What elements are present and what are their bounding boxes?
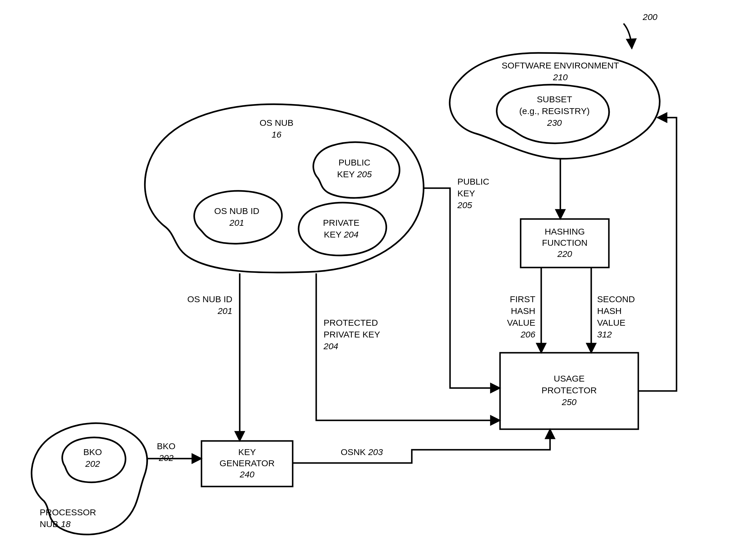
processor-nub: PROCESSOR NUB 18 BKO 202 [31,423,147,535]
subset-ref: 230 [547,118,562,128]
software-env-ref: 210 [553,72,568,82]
os-nub-title: OS NUB [259,118,293,128]
edge-bko-ref: 202 [158,453,173,463]
second-hash-l1: SECOND [597,294,635,304]
usage-l1: USAGE [554,374,585,383]
edge-public-key [424,188,500,388]
osnubid-blob [194,191,282,244]
key-generator: KEY GENERATOR 240 [201,441,293,487]
figure-ref-arrow [624,24,632,49]
second-hash-ref: 312 [597,330,612,339]
second-hash-l3: VALUE [597,318,625,327]
bko-l: BKO [83,447,102,457]
processor-nub-l2: NUB 18 [40,519,71,529]
usage-l2: PROTECTOR [542,385,597,395]
processor-nub-l1: PROCESSOR [40,507,96,517]
private-key-blob [298,203,386,255]
bko-ref: 202 [85,459,100,469]
edge-osnk [293,429,550,463]
hash-l1: HASHING [545,227,585,236]
edge-protected-key [316,273,500,420]
second-hash-l2: HASH [597,306,622,316]
edge-pub-l2: KEY [458,188,475,198]
subset-l2: (e.g., REGISTRY) [519,106,590,116]
usage-protector: USAGE PROTECTOR 250 [500,353,638,429]
osnubid-ref: 201 [229,218,244,228]
edge-prot-l2: PRIVATE KEY [323,330,380,339]
edge-prot-ref: 204 [323,341,338,351]
software-environment: SOFTWARE ENVIRONMENT 210 SUBSET (e.g., R… [450,53,660,159]
edge-pub-l1: PUBLIC [458,177,489,186]
edge-prot-l1: PROTECTED [323,318,378,327]
edge-usage-to-env [638,118,677,391]
edge-osnubid-l: OS NUB ID [187,294,232,304]
first-hash-l2: HASH [511,306,535,316]
hashing-function: HASHING FUNCTION 220 [521,219,609,268]
figure-ref: 200 [624,12,657,49]
edge-osnubid-ref: 201 [217,306,232,316]
private-key-l2: KEY 204 [324,230,358,239]
hash-l2: FUNCTION [542,238,588,248]
public-key-l2: KEY 205 [337,169,372,179]
key-gen-l1: KEY [238,447,256,457]
edge-osnk-l: OSNK 203 [340,447,383,457]
edge-pub-ref: 205 [457,200,472,210]
usage-ref: 250 [562,397,577,407]
os-nub: OS NUB 16 PUBLIC KEY 205 OS NUB ID 201 P… [145,104,424,273]
hash-ref: 220 [557,249,572,259]
edge-bko-l: BKO [157,441,175,451]
first-hash-l1: FIRST [510,294,535,304]
private-key-l1: PRIVATE [323,218,359,228]
os-nub-ref: 16 [271,130,281,139]
diagram-canvas: 200 SOFTWARE ENVIRONMENT 210 SUBSET (e.g… [0,0,733,560]
subset-l1: SUBSET [537,94,572,104]
key-gen-ref: 240 [239,469,254,479]
figure-ref-label: 200 [642,12,657,22]
public-key-l1: PUBLIC [338,158,370,167]
osnubid-l: OS NUB ID [214,206,259,216]
software-env-title: SOFTWARE ENVIRONMENT [502,61,619,70]
key-gen-l2: GENERATOR [219,458,274,468]
first-hash-ref: 206 [520,330,535,339]
first-hash-l3: VALUE [507,318,535,327]
